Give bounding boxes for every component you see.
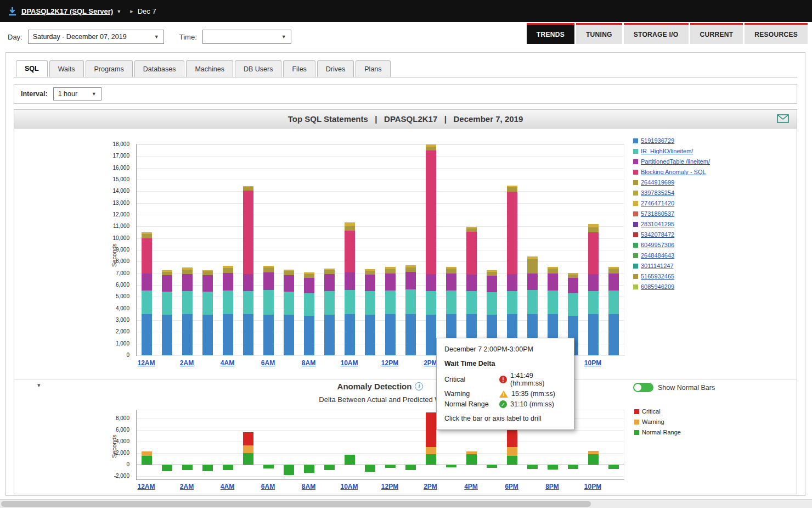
bar-segment[interactable] bbox=[588, 314, 599, 355]
info-icon[interactable]: i bbox=[415, 382, 423, 390]
interval-select[interactable]: 1 hour ▼ bbox=[53, 87, 101, 101]
bar-segment[interactable] bbox=[243, 453, 253, 465]
bar-segment[interactable] bbox=[182, 274, 193, 291]
x-axis-label-link[interactable]: 10AM bbox=[336, 483, 363, 490]
bar-segment[interactable] bbox=[446, 273, 456, 291]
tab-programs[interactable]: Programs bbox=[86, 60, 133, 77]
bar-segment[interactable] bbox=[608, 291, 619, 315]
bar-segment[interactable] bbox=[324, 269, 335, 270]
bar-segment[interactable] bbox=[243, 274, 253, 291]
bar-segment[interactable] bbox=[324, 315, 335, 355]
bar-segment[interactable] bbox=[324, 291, 335, 315]
bar-segment[interactable] bbox=[345, 231, 355, 272]
bar-segment[interactable] bbox=[345, 272, 355, 290]
bar-segment[interactable] bbox=[223, 465, 233, 471]
tab-waits[interactable]: Waits bbox=[49, 60, 84, 77]
bar-segment[interactable] bbox=[202, 292, 213, 315]
bar-segment[interactable] bbox=[507, 447, 517, 456]
bar-segment[interactable] bbox=[588, 224, 599, 227]
legend-item[interactable]: 5342078472 bbox=[633, 231, 710, 238]
bar-segment[interactable] bbox=[263, 290, 274, 315]
x-axis-label-link[interactable]: 12AM bbox=[133, 483, 160, 490]
bar-segment[interactable] bbox=[345, 290, 355, 314]
x-axis-label-link[interactable]: 6AM bbox=[255, 359, 281, 367]
bar-segment[interactable] bbox=[608, 314, 619, 355]
bar-segment[interactable] bbox=[182, 267, 193, 269]
bar-segment[interactable] bbox=[284, 270, 294, 271]
tab-machines[interactable]: Machines bbox=[186, 60, 233, 77]
bar-segment[interactable] bbox=[304, 278, 314, 294]
bar-segment[interactable] bbox=[466, 228, 477, 232]
bar-segment[interactable] bbox=[588, 451, 599, 454]
bar-segment[interactable] bbox=[568, 273, 578, 275]
bar-segment[interactable] bbox=[365, 271, 375, 275]
legend-item[interactable]: 2831041295 bbox=[633, 221, 710, 228]
x-axis-label-link[interactable]: 8AM bbox=[296, 483, 322, 490]
bar-segment[interactable] bbox=[507, 192, 517, 273]
bar-segment[interactable] bbox=[284, 275, 294, 292]
bar-segment[interactable] bbox=[202, 275, 213, 292]
bar-segment[interactable] bbox=[527, 256, 538, 259]
legend-item[interactable]: 5165932465 bbox=[633, 273, 710, 280]
bar-segment[interactable] bbox=[588, 274, 599, 291]
bar-segment[interactable] bbox=[446, 267, 456, 269]
bar-segment[interactable] bbox=[426, 454, 436, 465]
bar-segment[interactable] bbox=[385, 314, 396, 355]
legend-label[interactable]: 2644919699 bbox=[641, 179, 674, 186]
legend-label[interactable]: 2746471420 bbox=[641, 200, 674, 207]
collapse-caret-icon[interactable]: ▾ bbox=[37, 382, 41, 389]
horizontal-scrollbar[interactable] bbox=[0, 499, 812, 508]
x-axis-label-link[interactable]: 4PM bbox=[458, 483, 484, 490]
legend-item[interactable]: 6049957306 bbox=[633, 242, 710, 249]
legend-label[interactable]: 3011141247 bbox=[641, 263, 674, 270]
legend-label[interactable]: 5731860537 bbox=[641, 210, 674, 217]
x-axis-label-link[interactable]: 8PM bbox=[539, 483, 566, 490]
bar-segment[interactable] bbox=[405, 289, 416, 314]
bar-segment[interactable] bbox=[426, 144, 436, 146]
bar-segment[interactable] bbox=[243, 191, 253, 273]
bar-segment[interactable] bbox=[182, 291, 193, 315]
bar-segment[interactable] bbox=[507, 274, 517, 291]
bar-segment[interactable] bbox=[223, 314, 233, 355]
bar-segment[interactable] bbox=[263, 465, 274, 468]
legend-item[interactable]: 3011141247 bbox=[633, 263, 710, 270]
bar-segment[interactable] bbox=[162, 465, 172, 472]
bar-segment[interactable] bbox=[284, 271, 294, 275]
x-axis-label-link[interactable]: 4AM bbox=[215, 359, 241, 367]
x-axis-label-link[interactable]: 12AM bbox=[133, 359, 160, 367]
bar-segment[interactable] bbox=[345, 222, 355, 226]
show-normal-bars-toggle[interactable] bbox=[633, 383, 653, 392]
bar-segment[interactable] bbox=[405, 272, 416, 289]
bar-segment[interactable] bbox=[223, 268, 233, 273]
x-axis-label-link[interactable]: 8AM bbox=[296, 359, 322, 367]
bar-segment[interactable] bbox=[568, 278, 578, 294]
tab-databases[interactable]: Databases bbox=[134, 60, 185, 77]
bar-segment[interactable] bbox=[142, 232, 152, 234]
bar-segment[interactable] bbox=[162, 275, 172, 292]
bar-segment[interactable] bbox=[568, 465, 578, 469]
bar-segment[interactable] bbox=[507, 456, 517, 465]
legend-label[interactable]: IR_HighIO/lineitem/ bbox=[641, 148, 693, 155]
bar-segment[interactable] bbox=[284, 465, 294, 475]
bar-segment[interactable] bbox=[243, 187, 253, 191]
legend-item[interactable]: 5191936729 bbox=[633, 137, 710, 144]
tab-drives[interactable]: Drives bbox=[317, 60, 354, 77]
bar-segment[interactable] bbox=[426, 412, 436, 447]
x-axis-label-link[interactable]: 2AM bbox=[174, 483, 200, 490]
bar-segment[interactable] bbox=[243, 291, 253, 315]
bar-segment[interactable] bbox=[263, 272, 274, 290]
bar-segment[interactable] bbox=[385, 273, 396, 291]
tab-sql[interactable]: SQL bbox=[16, 60, 48, 77]
bar-segment[interactable] bbox=[527, 259, 538, 274]
bar-segment[interactable] bbox=[507, 186, 517, 188]
bar-segment[interactable] bbox=[487, 276, 497, 292]
bar-segment[interactable] bbox=[608, 273, 619, 291]
bar-segment[interactable] bbox=[466, 454, 477, 465]
bar-segment[interactable] bbox=[223, 266, 233, 268]
legend-label[interactable]: 2648484643 bbox=[641, 252, 674, 259]
x-axis-label-link[interactable]: 4AM bbox=[215, 483, 241, 490]
bar-segment[interactable] bbox=[385, 465, 396, 468]
bar-segment[interactable] bbox=[487, 270, 497, 272]
bar-segment[interactable] bbox=[426, 315, 436, 355]
bar-segment[interactable] bbox=[142, 456, 152, 465]
